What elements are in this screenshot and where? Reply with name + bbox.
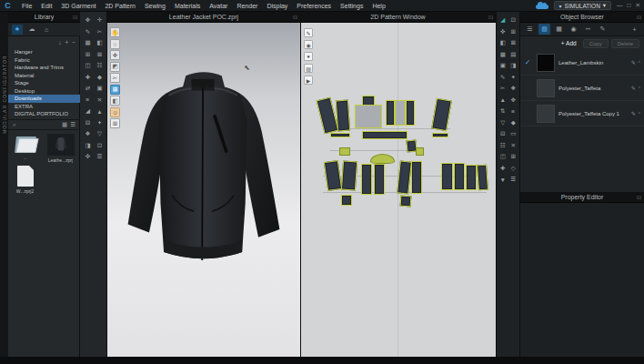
tool-icon[interactable]: ✚ <box>83 73 93 82</box>
local-tab-icon[interactable]: ⌂ <box>41 25 52 35</box>
tool-icon[interactable]: ⊠ <box>95 50 105 59</box>
pattern-tool-icon[interactable]: ⊞ <box>508 27 518 36</box>
tool-icon[interactable]: ✕ <box>95 96 105 105</box>
pattern-tool-icon[interactable]: ▼ <box>498 175 508 184</box>
move-tool-icon[interactable]: ✥ <box>110 50 120 60</box>
viewport-3d-title-bar[interactable]: Leather Jacket POC.zprj ⊡ <box>107 12 300 23</box>
pattern-piece-lining-d[interactable] <box>477 165 488 191</box>
pattern-piece-front-facing[interactable] <box>395 100 406 126</box>
library-thumb-file[interactable]: W...zprj2 <box>10 165 40 194</box>
pattern-piece-belt-left[interactable] <box>330 133 350 137</box>
tool-icon[interactable]: ▦ <box>83 38 93 47</box>
library-item-stage[interactable]: Stage <box>8 79 80 87</box>
pattern-piece-front-lower-a[interactable] <box>397 160 412 194</box>
list-view-icon[interactable]: ☰ <box>70 121 75 128</box>
pattern-2d-title-bar[interactable]: 2D Pattern Window ⊡ <box>300 12 496 23</box>
pattern-tool-icon[interactable]: ▲ <box>498 96 508 105</box>
pattern-piece-cuff-right[interactable] <box>400 196 412 207</box>
menu-3d-garment[interactable]: 3D Garment <box>56 0 100 12</box>
edit-fabric-icon[interactable]: ✎ <box>631 110 636 116</box>
panel-expand-icon[interactable]: ⊡ <box>637 14 641 20</box>
pattern-tool-icon[interactable]: ⊡ <box>508 15 518 25</box>
fabric-row[interactable]: ✓Leather_Lambskin✎▫ <box>520 50 644 76</box>
pattern-piece-waistband[interactable] <box>362 131 408 139</box>
pattern-tool-icon[interactable]: ⊠ <box>508 38 518 47</box>
jacket-3d-model[interactable] <box>115 63 293 299</box>
pattern-tool-icon[interactable]: ◨ <box>508 61 518 70</box>
panel-expand-icon[interactable]: ⊡ <box>637 194 641 200</box>
scene-tab-icon[interactable]: ☰ <box>524 24 536 35</box>
pattern-piece-back-panel[interactable] <box>355 105 382 128</box>
pattern-piece-under-sleeve-left-a[interactable] <box>324 160 342 191</box>
tool-icon[interactable]: ▽ <box>95 129 105 138</box>
library-item-hanger[interactable]: Hanger <box>8 48 80 56</box>
hardware-tab-icon[interactable]: ▦ <box>553 24 565 35</box>
menu-settings[interactable]: Settings <box>336 0 367 12</box>
tool-icon[interactable]: ⊞ <box>83 50 93 59</box>
pattern-tool-icon[interactable]: ✜ <box>498 27 508 36</box>
library-thumb-jacket[interactable]: Leathe...zprj <box>45 134 75 163</box>
button-tab-icon[interactable]: ◉ <box>568 24 579 35</box>
pattern-piece-sleeve-left-inner[interactable] <box>336 100 350 132</box>
library-item-extra[interactable]: EXTRA <box>8 103 80 111</box>
tool-icon[interactable]: ✦ <box>95 118 105 127</box>
tool-icon[interactable]: ◧ <box>95 38 105 47</box>
app-logo[interactable]: C <box>2 1 14 11</box>
edit-pattern-icon[interactable]: ✎ <box>304 28 313 37</box>
panel-expand-icon[interactable]: ⊡ <box>73 14 77 20</box>
tool-icon[interactable]: ✎ <box>83 27 93 36</box>
pattern-tool-icon[interactable]: ◇ <box>508 164 518 173</box>
edit-fabric-icon[interactable]: ✎ <box>631 85 636 91</box>
tool-icon[interactable]: ✥ <box>83 15 93 25</box>
copy-fabric-button[interactable]: Copy <box>583 39 609 48</box>
object-browser-title-bar[interactable]: Object Browser ⊡ <box>520 12 644 23</box>
pattern-piece-collar-curve[interactable] <box>370 154 395 164</box>
pattern-piece-belt-right[interactable] <box>432 133 448 137</box>
pattern-piece-side-panel-b[interactable] <box>374 164 385 195</box>
tool-icon[interactable]: ✜ <box>83 152 93 161</box>
pattern-tool-icon[interactable]: ◢ <box>498 15 508 25</box>
library-item-downloads[interactable]: Downloads <box>8 95 80 103</box>
pattern-tool-icon[interactable]: ☷ <box>498 141 508 150</box>
fabric-row[interactable]: Polyester_Taffeta✎▫ <box>520 76 644 101</box>
pattern-piece-lining-c[interactable] <box>466 165 477 190</box>
pattern-tool-icon[interactable]: ▽ <box>498 118 508 127</box>
restore-icon[interactable]: □ <box>628 2 631 9</box>
download-icon[interactable]: ↓ <box>58 39 61 46</box>
tool-icon[interactable]: ❖ <box>83 129 93 138</box>
pattern-2d-canvas[interactable]: ✎◉●▨▶ <box>300 23 496 357</box>
viewport-3d-canvas[interactable]: ✋○✥◩✂▦◧☺⊞ ⬉ <box>107 23 300 357</box>
avatar-tool-icon[interactable]: ☺ <box>110 107 120 117</box>
pattern-piece-sleeve-right[interactable] <box>431 98 452 131</box>
point-tool-icon[interactable]: ◉ <box>304 40 313 49</box>
puckering-tab-icon[interactable]: ✎ <box>597 24 609 35</box>
pattern-tool-icon[interactable]: ◧ <box>498 38 508 47</box>
library-item-material[interactable]: Material <box>8 72 80 80</box>
fabric-options-icon[interactable]: ▫ <box>639 59 640 66</box>
add-fabric-button[interactable]: + Add <box>558 39 580 47</box>
pattern-piece-side-panel-a[interactable] <box>361 164 372 195</box>
menu-render[interactable]: Render <box>232 0 262 12</box>
close-icon[interactable]: ✕ <box>636 2 640 9</box>
scene-tool-icon[interactable]: ⊞ <box>110 118 120 128</box>
pattern-tool-icon[interactable]: ☰ <box>508 175 518 184</box>
pattern-tool-icon[interactable]: ✂ <box>498 84 508 93</box>
pattern-piece-cuff-left[interactable] <box>341 195 352 206</box>
simulation-button[interactable]: ▾ SIMULATION ▾ <box>554 1 612 10</box>
library-item-desktop[interactable]: Desktop <box>8 87 80 96</box>
library-item-digital-portfolio[interactable]: DIGITAL PORTFOLIO <box>8 110 80 118</box>
fabric-swatch[interactable] <box>537 79 555 97</box>
menu-preferences[interactable]: Preferences <box>292 0 336 12</box>
topstitch-tab-icon[interactable]: ⇿ <box>582 24 594 35</box>
add-icon[interactable]: + <box>65 39 68 46</box>
pattern-tool-icon[interactable]: ❖ <box>508 84 518 93</box>
tool-icon[interactable]: ✂ <box>95 27 105 36</box>
pattern-piece-under-sleeve-left-b[interactable] <box>341 160 357 190</box>
cloud-sync-icon[interactable] <box>536 2 548 9</box>
pattern-piece-front-panel-left[interactable] <box>386 100 395 126</box>
menu-sewing[interactable]: Sewing <box>140 0 170 12</box>
tool-icon[interactable]: ⇄ <box>83 84 93 93</box>
grid-view-icon[interactable]: ▦ <box>62 121 67 128</box>
tool-icon[interactable]: ▣ <box>95 84 105 93</box>
texture-tool-icon[interactable]: ▦ <box>110 85 120 95</box>
